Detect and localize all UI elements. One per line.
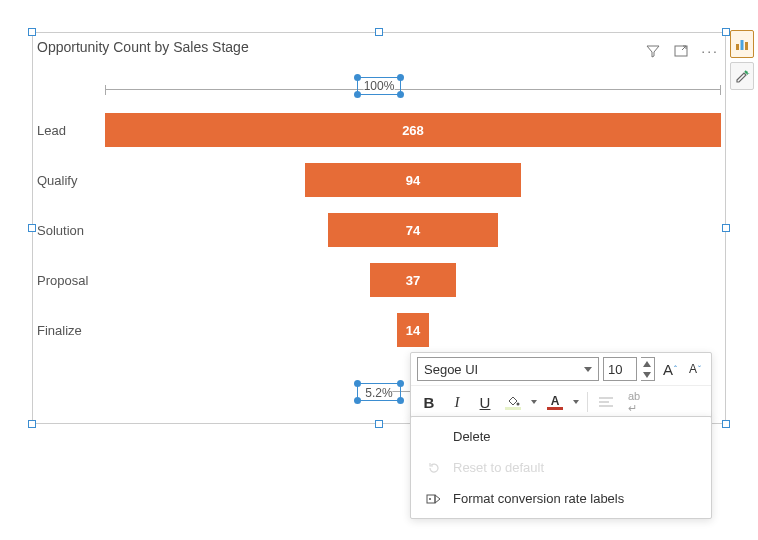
funnel-bar[interactable]: 74 — [328, 213, 498, 247]
svg-rect-2 — [745, 42, 748, 50]
bar-chart-icon — [734, 36, 750, 52]
bar-value-label: 37 — [406, 273, 420, 288]
svg-rect-0 — [736, 44, 739, 50]
wrap-text-button[interactable]: ab↵ — [622, 390, 646, 414]
funnel-bar[interactable]: 94 — [305, 163, 521, 197]
font-size-input[interactable]: 10 — [603, 357, 637, 381]
funnel-row: Lead268 — [33, 111, 721, 149]
context-menu-delete-label: Delete — [453, 429, 491, 444]
toolbar-separator — [587, 392, 588, 412]
fill-color-swatch — [505, 407, 521, 410]
font-color-button[interactable]: A — [543, 390, 567, 414]
wrap-text-icon: ab↵ — [628, 390, 640, 415]
category-label: Solution — [33, 223, 105, 238]
paintbrush-icon: + — [734, 68, 750, 84]
svg-point-5 — [517, 402, 520, 405]
filter-icon[interactable] — [645, 43, 661, 59]
more-options-icon[interactable]: ··· — [701, 47, 719, 55]
funnel-row: Qualify94 — [33, 161, 721, 199]
context-menu-format-labels-label: Format conversion rate labels — [453, 491, 624, 506]
conversion-rate-top-label[interactable]: 100% — [364, 79, 395, 93]
category-label: Proposal — [33, 273, 105, 288]
decrease-font-button[interactable]: Aˇ — [685, 362, 705, 376]
context-menu: Delete Reset to default Format conversio… — [410, 416, 712, 519]
increase-font-button[interactable]: Aˆ — [659, 361, 681, 378]
paint-bucket-icon — [506, 395, 520, 407]
visual-title: Opportunity Count by Sales Stage — [37, 39, 249, 55]
font-color-swatch — [547, 407, 563, 410]
fill-color-dropdown[interactable] — [529, 400, 539, 404]
format-visual-pane-button[interactable]: + — [730, 62, 754, 90]
font-color-dropdown[interactable] — [571, 400, 581, 404]
funnel-row: Solution74 — [33, 211, 721, 249]
resize-handle[interactable] — [375, 28, 383, 36]
top-tick-line — [105, 89, 721, 90]
font-size-value: 10 — [608, 362, 622, 377]
category-label: Qualify — [33, 173, 105, 188]
context-menu-reset-label: Reset to default — [453, 460, 544, 475]
underline-button[interactable]: U — [473, 390, 497, 414]
bar-value-label: 94 — [406, 173, 420, 188]
category-label: Finalize — [33, 323, 105, 338]
resize-handle[interactable] — [722, 28, 730, 36]
resize-handle[interactable] — [722, 420, 730, 428]
font-color-A-icon: A — [551, 395, 560, 407]
resize-handle[interactable] — [375, 420, 383, 428]
svg-point-10 — [429, 498, 431, 500]
funnel-bar[interactable]: 37 — [370, 263, 455, 297]
align-icon — [598, 396, 614, 408]
funnel-row: Finalize14 — [33, 311, 721, 349]
font-family-select[interactable]: Segoe UI — [417, 357, 599, 381]
resize-handle[interactable] — [28, 28, 36, 36]
svg-rect-1 — [741, 40, 744, 50]
focus-mode-icon[interactable] — [673, 43, 689, 59]
bar-value-label: 14 — [406, 323, 420, 338]
bar-value-label: 268 — [402, 123, 424, 138]
format-toolbar: Segoe UI 10 Aˆ Aˇ B I U A — [410, 352, 712, 419]
resize-handle[interactable] — [28, 420, 36, 428]
italic-button[interactable]: I — [445, 390, 469, 414]
bold-button[interactable]: B — [417, 390, 441, 414]
font-size-spinner[interactable] — [641, 357, 655, 381]
context-menu-format-labels[interactable]: Format conversion rate labels — [411, 483, 711, 514]
svg-text:+: + — [745, 69, 750, 78]
funnel-row: Proposal37 — [33, 261, 721, 299]
font-family-value: Segoe UI — [424, 362, 478, 377]
format-labels-icon — [426, 492, 442, 506]
bar-value-label: 74 — [406, 223, 420, 238]
reset-icon — [427, 461, 441, 475]
context-menu-reset: Reset to default — [411, 452, 711, 483]
font-size-up[interactable] — [641, 358, 654, 369]
funnel-bar[interactable]: 268 — [105, 113, 721, 147]
funnel-bar[interactable]: 14 — [397, 313, 429, 347]
fill-color-button[interactable] — [501, 390, 525, 414]
conversion-rate-bottom-label[interactable]: 5.2% — [365, 386, 392, 400]
context-menu-delete[interactable]: Delete — [411, 421, 711, 452]
build-visual-pane-button[interactable] — [730, 30, 754, 58]
category-label: Lead — [33, 123, 105, 138]
font-size-down[interactable] — [641, 369, 654, 380]
align-button[interactable] — [594, 390, 618, 414]
